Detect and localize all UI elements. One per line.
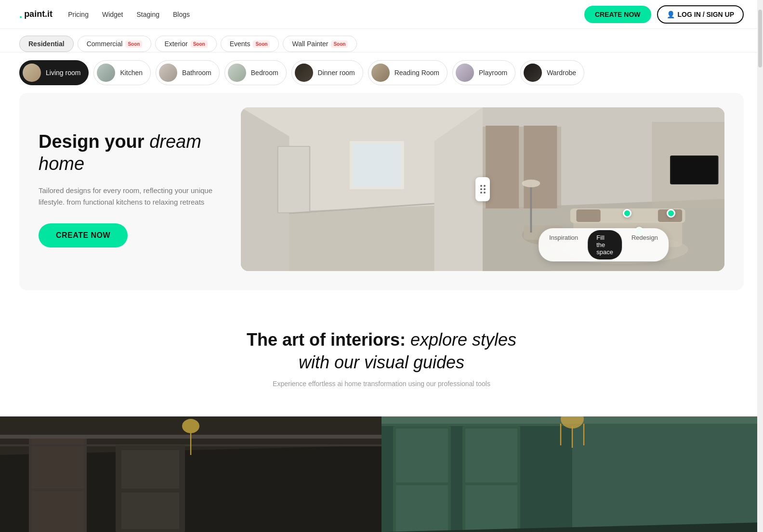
svg-point-24 — [522, 180, 540, 187]
create-now-hero-button[interactable]: CREATE NOW — [39, 223, 128, 247]
svg-rect-43 — [396, 485, 448, 532]
mode-fill-space[interactable]: Fill the space — [588, 230, 622, 260]
room-bathroom[interactable]: Bathroom — [156, 60, 220, 85]
scrollbar-track — [757, 0, 763, 532]
tab-exterior[interactable]: Exterior Soon — [155, 36, 216, 52]
room-reading-room[interactable]: Reading Room — [368, 60, 447, 85]
room-thumb-playroom — [456, 64, 474, 82]
nav-links: Pricing Widget Staging Blogs — [68, 11, 190, 18]
create-now-nav-button[interactable]: CREATE NOW — [584, 6, 651, 23]
mode-redesign[interactable]: Redesign — [623, 230, 667, 260]
user-icon: 👤 — [667, 11, 675, 18]
svg-rect-13 — [524, 126, 557, 208]
soon-badge-exterior: Soon — [191, 40, 208, 48]
navbar-left: . paint.it Pricing Widget Staging Blogs — [19, 8, 190, 21]
room-thumb-living — [23, 64, 41, 82]
svg-rect-12 — [486, 126, 519, 208]
svg-rect-5 — [278, 147, 309, 212]
scrollbar-thumb[interactable] — [758, 10, 762, 67]
gallery-image-left — [0, 416, 382, 532]
before-image — [241, 107, 483, 271]
soon-badge-events: Soon — [253, 40, 270, 48]
room-thumb-dinner — [295, 64, 313, 82]
room-categories: Living room Kitchen Bathroom Bedroom Din… — [0, 52, 763, 93]
art-title: The art of interiors: explore styleswith… — [19, 329, 744, 374]
svg-rect-46 — [465, 485, 517, 532]
handle-dots-icon — [480, 185, 486, 194]
room-playroom[interactable]: Playroom — [452, 60, 515, 85]
room-dinner-room[interactable]: Dinner room — [291, 60, 363, 85]
hero-title: Design your dream home — [39, 131, 222, 175]
svg-rect-7 — [353, 143, 401, 187]
svg-rect-34 — [121, 450, 179, 489]
nav-pricing[interactable]: Pricing — [68, 11, 89, 18]
room-wardrobe[interactable]: Wardrobe — [520, 60, 584, 85]
tab-events[interactable]: Events Soon — [221, 36, 279, 52]
svg-point-36 — [182, 419, 199, 433]
navbar-right: CREATE NOW 👤 LOG IN / SIGN UP — [584, 5, 744, 24]
interaction-dot-2[interactable] — [667, 209, 675, 218]
tab-residential[interactable]: Residential — [19, 36, 74, 52]
bottom-gallery — [0, 416, 763, 532]
room-thumb-kitchen — [97, 64, 115, 82]
svg-rect-40 — [572, 416, 763, 532]
room-thumb-reading — [371, 64, 390, 82]
interaction-dot-1[interactable] — [623, 209, 631, 218]
svg-rect-19 — [577, 209, 601, 222]
nav-staging[interactable]: Staging — [137, 11, 159, 18]
tab-wall-painter[interactable]: Wall Painter Soon — [283, 36, 357, 52]
category-tabs: Residential Commercial Soon Exterior Soo… — [0, 29, 763, 52]
svg-rect-16 — [671, 156, 717, 183]
soon-badge-wall-painter: Soon — [331, 40, 348, 48]
art-section: The art of interiors: explore styleswith… — [0, 300, 763, 402]
room-thumb-wardrobe — [524, 64, 542, 82]
nav-widget[interactable]: Widget — [102, 11, 123, 18]
logo[interactable]: . paint.it — [19, 8, 53, 21]
mode-inspiration[interactable]: Inspiration — [540, 230, 587, 260]
image-comparison[interactable]: Inspiration Fill the space Redesign — [241, 107, 724, 271]
svg-rect-45 — [465, 428, 517, 482]
hero-section: Design your dream home Tailored designs … — [19, 93, 744, 290]
tab-commercial[interactable]: Commercial Soon — [78, 36, 152, 52]
art-subtitle: Experience effortless ai home transforma… — [19, 380, 744, 388]
login-button[interactable]: 👤 LOG IN / SIGN UP — [657, 5, 744, 24]
after-image: Inspiration Fill the space Redesign — [483, 107, 724, 271]
nav-blogs[interactable]: Blogs — [173, 11, 190, 18]
mode-pills: Inspiration Fill the space Redesign — [539, 228, 669, 261]
hero-text: Design your dream home Tailored designs … — [39, 131, 222, 247]
navbar: . paint.it Pricing Widget Staging Blogs … — [0, 0, 763, 29]
room-bedroom[interactable]: Bedroom — [224, 60, 287, 85]
svg-rect-42 — [396, 428, 448, 482]
room-kitchen[interactable]: Kitchen — [93, 60, 151, 85]
room-thumb-bathroom — [159, 64, 177, 82]
room-living-room[interactable]: Living room — [19, 60, 89, 85]
comparison-handle[interactable] — [475, 177, 490, 201]
room-thumb-bedroom — [228, 64, 246, 82]
logo-text: paint.it — [24, 9, 53, 19]
svg-rect-30 — [32, 491, 84, 532]
hero-description: Tailored designs for every room, reflect… — [39, 185, 222, 208]
gallery-image-right — [382, 416, 763, 532]
empty-room-visual — [241, 107, 483, 271]
logo-dot: . — [19, 8, 22, 21]
soon-badge-commercial: Soon — [125, 40, 142, 48]
svg-rect-35 — [121, 493, 179, 529]
